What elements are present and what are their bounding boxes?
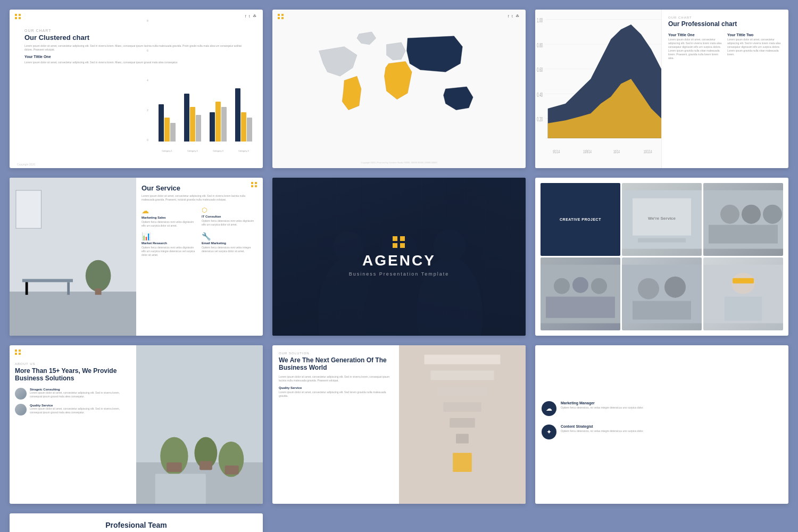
area-chart-svg: 1.00 0.80 0.60 0.40 0.20 9/1/14 10/8/14 …	[535, 10, 661, 168]
cloud-icon: ☁	[142, 206, 197, 215]
area-chart-panel: 1.00 0.80 0.60 0.40 0.20 9/1/14 10/8/14 …	[535, 10, 662, 168]
service-content: Our Service Lorem ipsum dolor sit amet, …	[136, 178, 263, 336]
slide-agency[interactable]: AGENCY Business Presentation Template	[272, 178, 526, 336]
svg-rect-17	[10, 292, 136, 336]
service-it: ⬡ IT Consultan Optiem fercu detersicos r…	[202, 206, 257, 228]
photo-cell-6	[703, 257, 783, 330]
instagram-icon: ☘	[253, 14, 256, 19]
svg-rect-59	[225, 466, 239, 475]
about-desc-1: Lorem ipsum dolor sit amet, consectetur …	[30, 391, 131, 398]
svg-rect-38	[709, 225, 778, 243]
creative-project-label: CREATIVE PROJECT	[560, 218, 601, 221]
service-title: Our Service	[142, 184, 257, 192]
slide-managers[interactable]: ☁ Marketing Manager Optiem fercu detersi…	[535, 345, 788, 504]
service-marketing-desc: Optiem fercu detersicos rent velos digni…	[142, 220, 197, 228]
slide-professional-chart[interactable]: 1.00 0.80 0.60 0.40 0.20 9/1/14 10/8/14 …	[535, 10, 788, 168]
copyright: Copyright 2020 | Powered by Creative Stu…	[361, 161, 437, 164]
svg-rect-66	[443, 402, 481, 412]
svg-text:0.80: 0.80	[537, 42, 543, 49]
service-it-desc: Optiem fercu detersicos rent velos digni…	[202, 219, 257, 227]
svg-rect-21	[67, 282, 70, 295]
svg-text:10/14: 10/14	[613, 148, 620, 154]
col-two-desc: Lorem ipsum dolor sit amet, consectetur …	[727, 38, 782, 56]
service-email: 🔧 Email Marketing Optiem fercu detersico…	[202, 232, 257, 257]
service-research-desc: Optiem fercu detersicos rent velos digni…	[142, 246, 197, 257]
manager-desc-2: Optiem fercu detersicos, no velas integr…	[561, 429, 644, 433]
world-map-svg	[292, 26, 507, 152]
office-scene-svg: We're Service	[622, 183, 702, 256]
room-image-panel	[10, 178, 136, 336]
wrench-icon: 🔧	[202, 232, 257, 240]
slide-about-us[interactable]: ABOUT US More Than 15+ Years, We Provide…	[10, 345, 263, 504]
svg-text:We're Service: We're Service	[648, 215, 676, 220]
svg-rect-64	[431, 371, 494, 380]
service-it-name: IT Consultan	[202, 215, 257, 218]
your-title-one: Your Tittle One	[668, 33, 723, 37]
agency-overlay: AGENCY Business Presentation Template	[272, 178, 526, 336]
wrench-manager-icon: ✦	[546, 428, 552, 436]
service-grid: ☁ Marketing Sales Optiem fercu detersico…	[142, 206, 257, 257]
svg-point-36	[742, 204, 761, 223]
service-email-desc: Optiem fercu detersicos rent velos integ…	[202, 246, 257, 253]
about-desc-2: Lorem ipsum dolor sit amet, consectetur …	[30, 407, 131, 414]
svg-rect-60	[155, 474, 206, 504]
svg-rect-43	[546, 296, 615, 318]
agency-logo-dots	[393, 236, 405, 247]
slide-clustered-chart[interactable]: f t ☘ OUR CHART Our Clustered chart Lore…	[10, 10, 263, 168]
chart-title: Our Professional chart	[668, 20, 782, 28]
svg-text:0.40: 0.40	[537, 92, 543, 98]
svg-point-45	[638, 278, 659, 299]
svg-rect-69	[453, 453, 472, 472]
service-body: Lorem ipsum dolor sit amet, consectetur …	[142, 194, 257, 202]
solution-content: OUR SOLUTION We Are The Next Generation …	[272, 345, 399, 504]
logo-dots	[15, 14, 21, 19]
about-item-2: Quality Service Lorem ipsum dolor sit am…	[15, 404, 131, 415]
chart-categories: Category 1 Category 2 Category 3 Categor…	[154, 149, 256, 152]
slide-photo-grid[interactable]: CREATIVE PROJECT We're Service	[535, 178, 788, 336]
logo-dots	[251, 182, 257, 187]
about-avatar-2	[15, 404, 27, 415]
logo-dots	[15, 350, 21, 355]
about-label: ABOUT US	[15, 362, 131, 365]
creative-project-cell: CREATIVE PROJECT	[541, 183, 620, 256]
svg-point-41	[572, 277, 588, 293]
slide-world-map[interactable]: f t ☘ Copyright 2020	[272, 10, 526, 168]
copyright: Copyright 2020	[17, 163, 35, 166]
svg-point-46	[664, 276, 686, 297]
team-svg	[541, 257, 620, 330]
photo-cell-3	[703, 183, 783, 256]
agency-title: AGENCY	[362, 252, 436, 269]
svg-rect-20	[26, 282, 28, 295]
svg-text:10/8/14: 10/8/14	[583, 148, 592, 154]
team-title: Profesional Team	[16, 521, 256, 529]
slide-professional-team[interactable]: Profesional Team Lorem ipsum dolor sit a…	[10, 513, 263, 533]
svg-rect-55	[167, 462, 182, 472]
manager-title-2: Content Strategist	[561, 425, 644, 428]
slide-our-solution[interactable]: OUR SOLUTION We Are The Next Generation …	[272, 345, 526, 504]
svg-text:10/1/14: 10/1/14	[644, 148, 652, 154]
service-market-research: 📊 Market Research Optiem fercu detersico…	[142, 232, 197, 257]
agency-subtitle: Business Presentation Template	[349, 271, 449, 277]
slides-grid: f t ☘ OUR CHART Our Clustered chart Lore…	[0, 0, 798, 532]
about-item-1: Strageic Consulting Lorem ipsum dolor si…	[15, 388, 131, 400]
svg-point-37	[763, 204, 782, 223]
svg-rect-67	[450, 418, 475, 428]
col-one-desc: Lorem ipsum dolor sit amet, consectetur …	[668, 38, 723, 60]
slide-our-service[interactable]: Our Service Lorem ipsum dolor sit amet, …	[10, 178, 263, 336]
manager-item-1: ☁ Marketing Manager Optiem fercu detersi…	[542, 401, 782, 416]
service-email-name: Email Marketing	[202, 242, 257, 245]
service-marketing-name: Marketing Sales	[142, 216, 197, 219]
svg-text:1.00: 1.00	[537, 17, 543, 24]
about-avatar-1	[15, 388, 27, 400]
service-marketing: ☁ Marketing Sales Optiem fercu detersico…	[142, 206, 197, 228]
plants-svg	[136, 345, 263, 504]
chart-columns: Your Tittle One Lorem ipsum dolor sit am…	[668, 33, 782, 60]
social-icons: f t ☘	[245, 14, 256, 19]
svg-rect-68	[456, 434, 469, 444]
manager-icon-1: ☁	[542, 401, 556, 416]
manager-icon-2: ✦	[542, 425, 556, 439]
svg-text:0.20: 0.20	[537, 116, 543, 123]
svg-rect-33	[638, 238, 686, 242]
quality-service-label: Quality Service	[279, 386, 393, 389]
solution-label: OUR SOLUTION	[279, 352, 393, 355]
